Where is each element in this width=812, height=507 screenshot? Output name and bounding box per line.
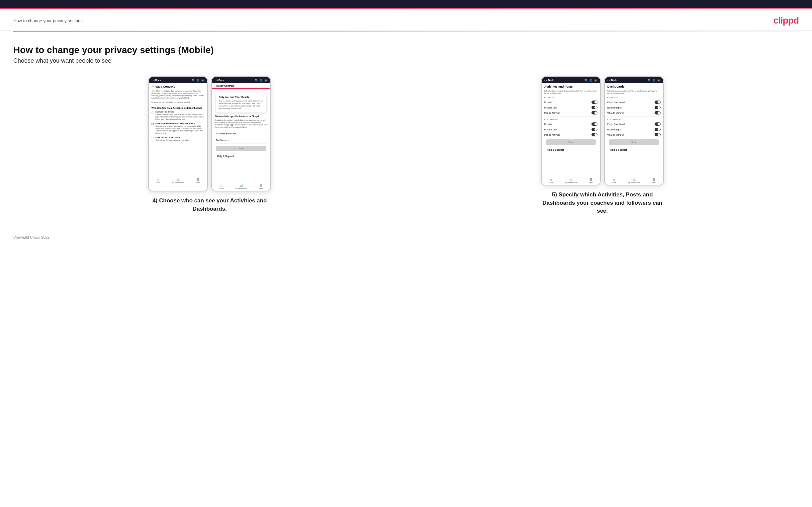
search-icon-3[interactable]: 🔍 (585, 79, 588, 81)
back-button-1[interactable]: ‹ < Back (151, 79, 161, 81)
coaches-manual-toggle[interactable] (592, 111, 598, 114)
divider-1 (151, 106, 205, 106)
followers-manual-toggle[interactable] (592, 133, 598, 136)
radio-option-3[interactable]: Only You and Your Coach Only you and the… (151, 136, 205, 142)
phone-bar-1: ‹ < Back 🔍 👤 ⊕ (149, 77, 207, 83)
nav-performance-3[interactable]: 📊 My Performance (565, 178, 577, 183)
menu-icon-4[interactable]: ⊕ (657, 79, 661, 81)
nav-menu-3[interactable]: ☰ Menu (589, 178, 593, 183)
menu-nav-icon-1: ☰ (197, 178, 199, 181)
nav-performance-4[interactable]: 📊 My Performance (628, 178, 640, 183)
back-chevron-4: ‹ (607, 79, 608, 81)
coaches-drills-label: Practice Drills (544, 107, 558, 109)
back-chevron-2: ‹ (214, 79, 215, 81)
help-row-3: Help & Support (544, 147, 598, 153)
coaches-drills-row: Practice Drills (544, 105, 598, 110)
nav-home-2[interactable]: ⌂ Home (219, 184, 223, 189)
screen3-title: Activities and Posts (544, 85, 598, 88)
screen1-section: Who Can See Your Activities and Dashboar… (151, 107, 205, 109)
nav-home-4[interactable]: ⌂ Home (612, 178, 616, 183)
nav-menu-1[interactable]: ☰ Menu (196, 178, 200, 183)
save-btn-2[interactable]: Save (216, 146, 266, 151)
save-btn-3[interactable]: Save (546, 139, 596, 145)
radio-option-3-text: Only You and Your Coach Only you and the… (155, 136, 189, 142)
coaches-player-label: Player Dashboard (607, 101, 625, 104)
search-icon-4[interactable]: 🔍 (648, 79, 651, 81)
profile-icon-2[interactable]: 👤 (259, 79, 263, 81)
followers-round-label: Round Insights (607, 128, 622, 131)
menu-nav-icon-4: ☰ (653, 178, 655, 181)
performance-icon-1: 📊 (176, 178, 180, 181)
menu-icon-3[interactable]: ⊕ (594, 79, 598, 81)
performance-icon-3: 📊 (569, 178, 573, 181)
screen2-content: Only You and Your Coach Only you and the… (212, 89, 270, 182)
screen4-body: Select the dashboards that you'd like to… (607, 90, 661, 95)
nav-performance-2[interactable]: 📊 My Performance (235, 184, 247, 189)
followers-player-row: Player Dashboard (607, 121, 661, 127)
performance-icon-2: 📊 (240, 184, 243, 187)
mockup-pair-right: ‹ < Back 🔍 👤 ⊕ Activities and Posts Sele… (541, 76, 664, 185)
followers-drills-label: Practice Drills (544, 128, 558, 131)
followers-work-toggle[interactable] (655, 133, 661, 136)
activities-row[interactable]: Activities and Posts › (214, 130, 268, 137)
menu-icon-2[interactable]: ⊕ (264, 79, 268, 81)
followers-rounds-toggle[interactable] (592, 122, 598, 126)
nav-performance-1[interactable]: 📊 My Performance (172, 178, 184, 183)
coaches-player-row: Player Dashboard (607, 100, 661, 105)
performance-icon-4: 📊 (632, 178, 636, 181)
back-button-3[interactable]: ‹ < Back (544, 79, 554, 81)
coaches-rounds-row: Rounds (544, 100, 598, 105)
help-title-2: Help & Support (217, 155, 265, 157)
coaches-rounds-toggle[interactable] (592, 101, 598, 104)
page-subheading: Choose what you want people to see (13, 57, 799, 64)
header: How to change your privacy settings clip… (0, 9, 812, 31)
profile-icon-1[interactable]: 👤 (196, 79, 200, 81)
nav-home-1[interactable]: ⌂ Home (156, 178, 160, 183)
followers-player-label: Player Dashboard (607, 123, 625, 125)
mockup-col-right: ‹ < Back 🔍 👤 ⊕ Activities and Posts Sele… (406, 76, 799, 215)
coaches-work-toggle[interactable] (655, 111, 661, 114)
back-button-2[interactable]: ‹ < Back (214, 79, 224, 81)
radio-desc-1: Everyone on Clippd can search for you an… (155, 113, 205, 120)
followers-round-toggle[interactable] (655, 128, 661, 131)
followers-drills-row: Practice Drills (544, 127, 598, 132)
radio-option-1-text: Everyone on Clippd Everyone on Clippd ca… (155, 111, 205, 120)
bottom-nav-1: ⌂ Home 📊 My Performance ☰ Menu (149, 176, 207, 185)
coaches-player-toggle[interactable] (655, 101, 661, 104)
phone-bar-4: ‹ < Back 🔍 👤 ⊕ (605, 77, 663, 83)
back-button-4[interactable]: ‹ < Back (607, 79, 617, 81)
nav-menu-2[interactable]: ☰ Menu (259, 184, 263, 189)
top-bar (0, 0, 812, 9)
screen2-section-title: Show or hide specific features in Clippd (214, 115, 268, 117)
coaches-round-toggle[interactable] (655, 106, 661, 109)
back-chevron-3: ‹ (544, 79, 545, 81)
coaches-header-3: COACHES (544, 97, 598, 99)
save-btn-4[interactable]: Save (609, 139, 659, 145)
header-title: How to change your privacy settings (13, 18, 83, 23)
nav-menu-4[interactable]: ☰ Menu (652, 178, 656, 183)
coaches-rounds-label: Rounds (544, 101, 552, 104)
radio-option-2-text: Only Approved Followers and Your Coach O… (155, 122, 205, 134)
followers-drills-toggle[interactable] (592, 128, 598, 131)
caption-right-area: 5) Specify which Activities, Posts and D… (539, 191, 666, 215)
coaches-manual-label: Manual Activities (544, 112, 560, 114)
followers-round-row: Round Insights (607, 127, 661, 132)
dashboards-row[interactable]: Dashboards › (214, 137, 268, 144)
radio-option-2[interactable]: Only Approved Followers and Your Coach O… (151, 122, 205, 134)
phone-bar-icons-4: 🔍 👤 ⊕ (648, 79, 661, 81)
search-icon-2[interactable]: 🔍 (255, 79, 258, 81)
followers-player-toggle[interactable] (655, 122, 661, 126)
menu-icon-1[interactable]: ⊕ (201, 79, 205, 81)
nav-home-3[interactable]: ⌂ Home (549, 178, 553, 183)
screen2-tab[interactable]: Privacy Controls (214, 84, 235, 89)
radio-option-1[interactable]: Everyone on Clippd Everyone on Clippd ca… (151, 111, 205, 120)
profile-icon-4[interactable]: 👤 (652, 79, 656, 81)
coaches-drills-toggle[interactable] (592, 106, 598, 109)
screen1-content: Privacy Controls Control how you and you… (149, 83, 207, 176)
radio-label-1: Everyone on Clippd (155, 111, 205, 113)
profile-icon-3[interactable]: 👤 (589, 79, 593, 81)
radio-label-2: Only Approved Followers and Your Coach (155, 122, 205, 124)
search-icon-1[interactable]: 🔍 (192, 79, 195, 81)
phone-bar-3: ‹ < Back 🔍 👤 ⊕ (542, 77, 600, 83)
phone-screen-1: ‹ < Back 🔍 👤 ⊕ Privacy Controls Control … (148, 76, 208, 191)
